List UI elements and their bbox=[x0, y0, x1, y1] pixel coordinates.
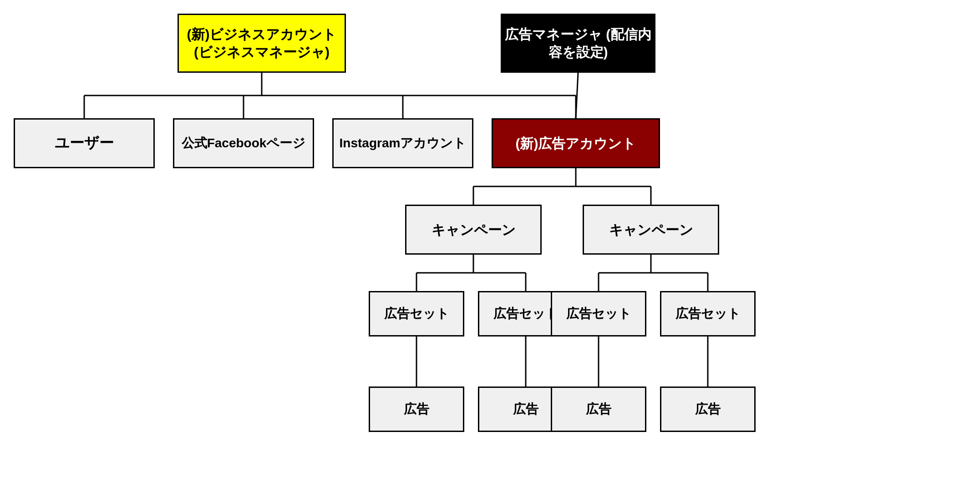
user-node: ユーザー bbox=[14, 118, 155, 168]
campaign2-node: キャンペーン bbox=[583, 205, 719, 255]
campaign1-node: キャンペーン bbox=[405, 205, 542, 255]
ad3-node: 広告 bbox=[551, 387, 646, 432]
svg-line-6 bbox=[576, 73, 578, 118]
business-account-node: (新)ビジネスアカウント (ビジネスマネージャ) bbox=[178, 14, 346, 73]
adset4-node: 広告セット bbox=[660, 291, 756, 336]
ad-account-node: (新)広告アカウント bbox=[492, 118, 660, 168]
ad1-node: 広告 bbox=[369, 387, 464, 432]
adset1-node: 広告セット bbox=[369, 291, 464, 336]
adset3-node: 広告セット bbox=[551, 291, 646, 336]
ad4-node: 広告 bbox=[660, 387, 756, 432]
org-chart: (新)ビジネスアカウント (ビジネスマネージャ) 広告マネージャ (配信内容を設… bbox=[0, 0, 980, 482]
ad-manager-node: 広告マネージャ (配信内容を設定) bbox=[501, 14, 655, 73]
facebook-page-node: 公式Facebookページ bbox=[173, 118, 314, 168]
instagram-node: Instagramアカウント bbox=[332, 118, 473, 168]
